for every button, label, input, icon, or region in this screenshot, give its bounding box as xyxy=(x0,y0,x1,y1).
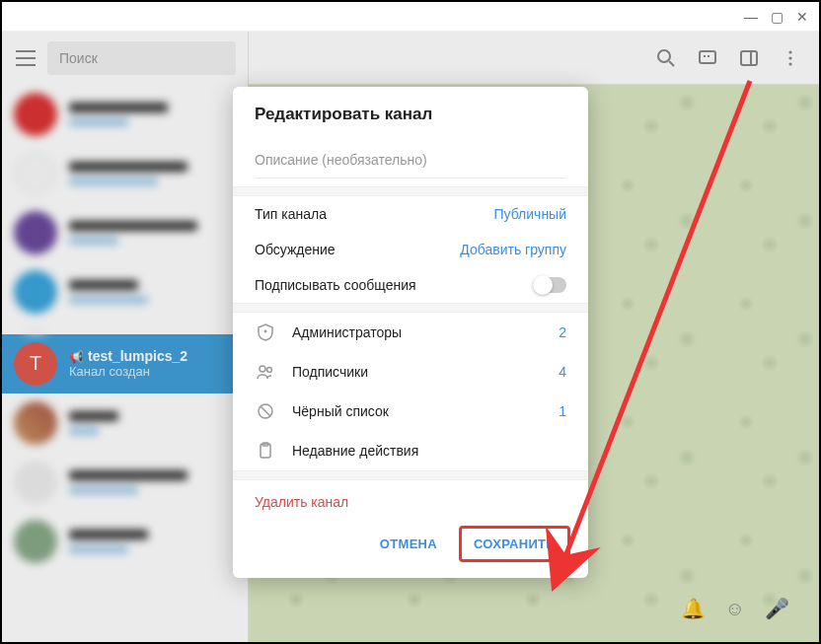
people-icon xyxy=(255,362,276,382)
save-button[interactable]: Сохранить xyxy=(459,526,570,562)
subscribers-row[interactable]: Подписчики 4 xyxy=(233,352,588,392)
svg-point-7 xyxy=(260,366,265,372)
clipboard-icon xyxy=(255,441,276,461)
admins-row[interactable]: Администраторы 2 xyxy=(233,313,588,352)
svg-point-8 xyxy=(267,367,272,372)
sign-messages-row: Подписывать сообщения xyxy=(233,267,588,303)
discussion-label: Обсуждение xyxy=(255,242,336,257)
recent-actions-row[interactable]: Недавние действия xyxy=(233,431,588,470)
sign-messages-label: Подписывать сообщения xyxy=(255,277,416,293)
discussion-value[interactable]: Добавить группу xyxy=(460,242,566,257)
discussion-row[interactable]: Обсуждение Добавить группу xyxy=(233,232,588,267)
channel-type-label: Тип канала xyxy=(255,206,327,222)
modal-title: Редактировать канал xyxy=(233,87,588,138)
close-button[interactable]: ✕ xyxy=(795,10,809,24)
admins-label: Администраторы xyxy=(292,324,543,340)
maximize-button[interactable]: ▢ xyxy=(770,10,784,24)
sign-messages-toggle[interactable] xyxy=(533,277,566,293)
minimize-button[interactable]: — xyxy=(744,10,758,24)
blacklist-count: 1 xyxy=(559,403,566,419)
delete-channel-link[interactable]: Удалить канал xyxy=(233,480,588,516)
edit-channel-modal: Редактировать канал Описание (необязател… xyxy=(233,87,588,578)
subscribers-count: 4 xyxy=(559,364,566,380)
blacklist-row[interactable]: Чёрный список 1 xyxy=(233,392,588,431)
window-titlebar: — ▢ ✕ xyxy=(2,2,819,32)
block-icon xyxy=(255,401,276,421)
blacklist-label: Чёрный список xyxy=(292,403,543,419)
modal-overlay: Редактировать канал Описание (необязател… xyxy=(2,32,819,642)
channel-type-row[interactable]: Тип канала Публичный xyxy=(233,196,588,232)
description-input[interactable]: Описание (необязательно) xyxy=(255,146,566,179)
admins-count: 2 xyxy=(559,324,566,340)
cancel-button[interactable]: Отмена xyxy=(368,526,449,562)
channel-type-value[interactable]: Публичный xyxy=(493,206,566,222)
subscribers-label: Подписчики xyxy=(292,364,543,380)
shield-icon xyxy=(255,322,276,342)
recent-actions-label: Недавние действия xyxy=(292,443,566,459)
svg-point-6 xyxy=(264,329,267,332)
